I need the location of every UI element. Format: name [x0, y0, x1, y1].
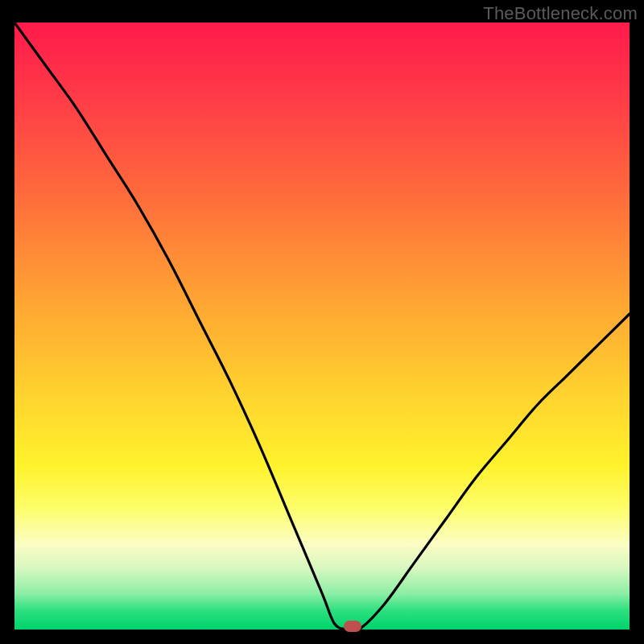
plot-area — [14, 23, 630, 630]
optimal-marker — [344, 621, 361, 632]
bottleneck-curve — [14, 23, 630, 630]
attribution-text: TheBottleneck.com — [483, 3, 638, 24]
chart-stage: TheBottleneck.com — [0, 0, 644, 644]
